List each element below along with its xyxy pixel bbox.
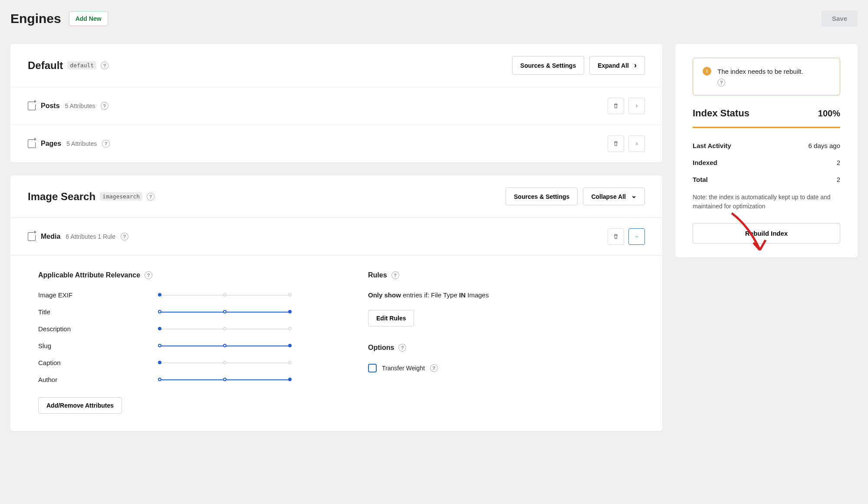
source-meta: 6 Attributes 1 Rule bbox=[66, 233, 115, 240]
transfer-weight-checkbox[interactable] bbox=[368, 364, 377, 372]
source-meta: 5 Attributes bbox=[65, 102, 95, 109]
attribute-label: Slug bbox=[38, 342, 151, 349]
help-icon[interactable]: ? bbox=[145, 271, 152, 279]
rules-title: Rules ? bbox=[368, 271, 635, 279]
index-status-title: Index Status bbox=[693, 108, 750, 119]
source-title: Pages bbox=[41, 140, 61, 148]
attribute-label: Caption bbox=[38, 359, 151, 366]
rebuild-index-button[interactable]: Rebuild Index bbox=[693, 223, 840, 244]
options-title: Options ? bbox=[368, 344, 635, 352]
help-icon[interactable]: ? bbox=[147, 193, 155, 201]
relevance-slider[interactable] bbox=[160, 344, 290, 348]
add-new-button[interactable]: Add New bbox=[69, 11, 108, 26]
attribute-row: Caption bbox=[38, 359, 316, 366]
document-icon bbox=[28, 102, 36, 110]
progress-bar bbox=[693, 127, 840, 128]
attribute-row: Author bbox=[38, 376, 316, 383]
indexed-label: Indexed bbox=[693, 159, 717, 166]
attribute-row: Slug bbox=[38, 342, 316, 349]
source-meta: 5 Attributes bbox=[66, 140, 97, 147]
add-remove-attributes-button[interactable]: Add/Remove Attributes bbox=[38, 397, 122, 414]
help-icon[interactable]: ? bbox=[430, 364, 438, 372]
collapse-button[interactable] bbox=[628, 228, 645, 245]
expand-all-button[interactable]: Expand All bbox=[589, 56, 645, 75]
sources-settings-button[interactable]: Sources & Settings bbox=[512, 56, 584, 75]
rebuild-alert: ! The index needs to be rebuilt. ? bbox=[693, 58, 840, 96]
source-title: Media bbox=[41, 233, 60, 240]
help-icon[interactable]: ? bbox=[102, 140, 110, 148]
document-icon bbox=[28, 139, 36, 148]
alert-text: The index needs to be rebuilt. bbox=[717, 67, 803, 76]
rule-description: Only show entries if: File Type IN Image… bbox=[368, 291, 635, 299]
collapse-all-button[interactable]: Collapse All bbox=[583, 188, 645, 205]
attribute-label: Author bbox=[38, 376, 151, 383]
help-icon[interactable]: ? bbox=[101, 62, 108, 69]
last-activity-label: Last Activity bbox=[693, 142, 731, 149]
delete-button[interactable] bbox=[608, 98, 624, 114]
attribute-relevance-title: Applicable Attribute Relevance ? bbox=[38, 271, 316, 279]
delete-button[interactable] bbox=[608, 228, 624, 245]
indexed-value: 2 bbox=[837, 159, 840, 166]
expand-button[interactable] bbox=[628, 135, 645, 152]
attribute-label: Title bbox=[38, 308, 151, 316]
index-percent: 100% bbox=[818, 109, 840, 119]
engine-title: Default bbox=[28, 59, 63, 72]
edit-rules-button[interactable]: Edit Rules bbox=[368, 310, 414, 326]
relevance-slider[interactable] bbox=[160, 378, 290, 382]
source-title: Posts bbox=[41, 102, 60, 110]
save-button[interactable]: Save bbox=[822, 10, 858, 26]
document-icon bbox=[28, 232, 36, 241]
help-icon[interactable]: ? bbox=[717, 79, 725, 86]
total-value: 2 bbox=[837, 176, 840, 183]
relevance-slider[interactable] bbox=[160, 327, 290, 331]
source-row-media: Media 6 Attributes 1 Rule ? bbox=[10, 217, 662, 255]
source-row-pages: Pages 5 Attributes ? bbox=[10, 125, 662, 162]
engine-card-default: Default default ? Sources & Settings Exp… bbox=[10, 44, 662, 162]
relevance-slider[interactable] bbox=[160, 361, 290, 365]
attribute-label: Image EXIF bbox=[38, 291, 151, 299]
attribute-row: Title bbox=[38, 308, 316, 316]
index-status-card: ! The index needs to be rebuilt. ? Index… bbox=[675, 44, 858, 257]
engine-title: Image Search bbox=[28, 191, 95, 203]
index-note: Note: the index is automatically kept up… bbox=[693, 193, 840, 211]
warning-icon: ! bbox=[703, 67, 711, 76]
source-row-posts: Posts 5 Attributes ? bbox=[10, 87, 662, 125]
delete-button[interactable] bbox=[608, 135, 624, 152]
page-title: Engines bbox=[10, 11, 61, 26]
engine-slug-badge: default bbox=[67, 61, 96, 69]
engine-slug-badge: imagesearch bbox=[100, 192, 142, 201]
relevance-slider[interactable] bbox=[160, 293, 290, 297]
engine-card-image-search: Image Search imagesearch ? Sources & Set… bbox=[10, 175, 662, 431]
expand-button[interactable] bbox=[628, 98, 645, 114]
help-icon[interactable]: ? bbox=[391, 271, 399, 279]
sources-settings-button[interactable]: Sources & Settings bbox=[506, 188, 578, 205]
attribute-label: Description bbox=[38, 325, 151, 333]
relevance-slider[interactable] bbox=[160, 310, 290, 314]
help-icon[interactable]: ? bbox=[101, 102, 108, 110]
attribute-row: Image EXIF bbox=[38, 291, 316, 299]
total-label: Total bbox=[693, 176, 708, 183]
help-icon[interactable]: ? bbox=[398, 344, 406, 352]
last-activity-value: 6 days ago bbox=[809, 142, 840, 149]
help-icon[interactable]: ? bbox=[121, 233, 128, 240]
transfer-weight-label: Transfer Weight bbox=[382, 365, 425, 372]
attribute-row: Description bbox=[38, 325, 316, 333]
